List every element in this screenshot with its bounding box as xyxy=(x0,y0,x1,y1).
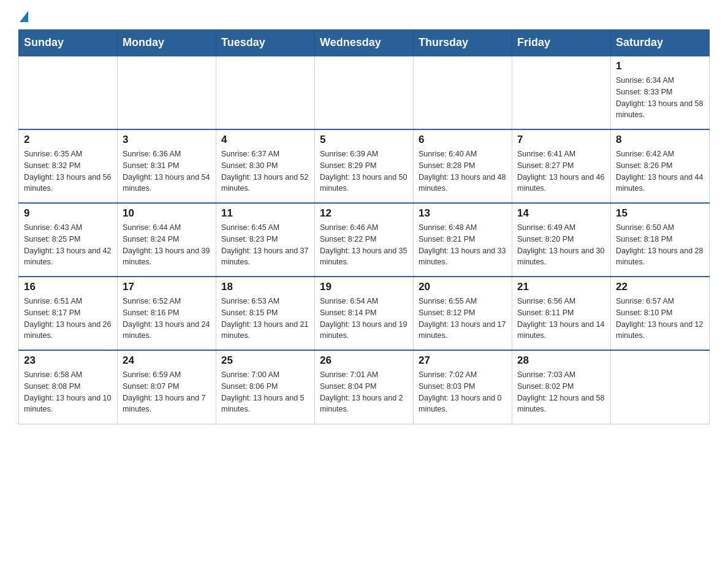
calendar-cell: 1Sunrise: 6:34 AMSunset: 8:33 PMDaylight… xyxy=(611,56,710,129)
day-number: 3 xyxy=(123,134,211,146)
day-info: Sunrise: 6:37 AMSunset: 8:30 PMDaylight:… xyxy=(221,148,309,194)
page-header xyxy=(18,12,710,23)
weekday-header-wednesday: Wednesday xyxy=(315,30,414,56)
day-number: 24 xyxy=(123,354,211,367)
weekday-header-row: SundayMondayTuesdayWednesdayThursdayFrid… xyxy=(19,30,710,56)
day-number: 18 xyxy=(221,281,309,293)
day-number: 10 xyxy=(123,207,211,220)
day-info: Sunrise: 6:56 AMSunset: 8:11 PMDaylight:… xyxy=(517,296,605,342)
day-info: Sunrise: 6:50 AMSunset: 8:18 PMDaylight:… xyxy=(616,222,704,268)
day-info: Sunrise: 6:46 AMSunset: 8:22 PMDaylight:… xyxy=(320,222,408,268)
day-number: 4 xyxy=(221,134,309,146)
day-info: Sunrise: 6:40 AMSunset: 8:28 PMDaylight:… xyxy=(419,148,507,194)
calendar-cell: 27Sunrise: 7:02 AMSunset: 8:03 PMDayligh… xyxy=(414,350,512,424)
weekday-header-tuesday: Tuesday xyxy=(216,30,315,56)
calendar-cell: 28Sunrise: 7:03 AMSunset: 8:02 PMDayligh… xyxy=(512,350,611,424)
day-number: 26 xyxy=(320,354,408,367)
day-info: Sunrise: 7:01 AMSunset: 8:04 PMDaylight:… xyxy=(320,369,408,415)
calendar-cell: 19Sunrise: 6:54 AMSunset: 8:14 PMDayligh… xyxy=(315,277,414,350)
calendar-cell: 23Sunrise: 6:58 AMSunset: 8:08 PMDayligh… xyxy=(19,350,118,424)
calendar-cell: 4Sunrise: 6:37 AMSunset: 8:30 PMDaylight… xyxy=(216,129,315,203)
calendar-cell: 26Sunrise: 7:01 AMSunset: 8:04 PMDayligh… xyxy=(315,350,414,424)
day-info: Sunrise: 6:57 AMSunset: 8:10 PMDaylight:… xyxy=(616,296,704,342)
calendar-cell xyxy=(611,350,710,424)
day-number: 1 xyxy=(616,60,704,72)
calendar-cell: 18Sunrise: 6:53 AMSunset: 8:15 PMDayligh… xyxy=(216,277,315,350)
day-info: Sunrise: 6:52 AMSunset: 8:16 PMDaylight:… xyxy=(123,296,211,342)
day-info: Sunrise: 6:49 AMSunset: 8:20 PMDaylight:… xyxy=(517,222,605,268)
day-number: 5 xyxy=(320,134,408,146)
logo xyxy=(18,12,29,23)
calendar-cell xyxy=(512,56,611,129)
day-info: Sunrise: 7:00 AMSunset: 8:06 PMDaylight:… xyxy=(221,369,309,415)
day-number: 23 xyxy=(24,354,112,367)
calendar-cell: 11Sunrise: 6:45 AMSunset: 8:23 PMDayligh… xyxy=(216,203,315,277)
calendar-cell: 14Sunrise: 6:49 AMSunset: 8:20 PMDayligh… xyxy=(512,203,611,277)
calendar-cell: 17Sunrise: 6:52 AMSunset: 8:16 PMDayligh… xyxy=(118,277,216,350)
day-number: 15 xyxy=(616,207,704,220)
calendar-cell xyxy=(118,56,216,129)
day-info: Sunrise: 6:35 AMSunset: 8:32 PMDaylight:… xyxy=(24,148,112,194)
day-info: Sunrise: 6:53 AMSunset: 8:15 PMDaylight:… xyxy=(221,296,309,342)
day-info: Sunrise: 6:42 AMSunset: 8:26 PMDaylight:… xyxy=(616,148,704,194)
day-number: 13 xyxy=(419,207,507,220)
calendar-cell: 3Sunrise: 6:36 AMSunset: 8:31 PMDaylight… xyxy=(118,129,216,203)
day-number: 11 xyxy=(221,207,309,220)
logo-triangle-icon xyxy=(20,11,28,22)
calendar-cell xyxy=(414,56,512,129)
calendar-cell: 16Sunrise: 6:51 AMSunset: 8:17 PMDayligh… xyxy=(19,277,118,350)
day-info: Sunrise: 6:43 AMSunset: 8:25 PMDaylight:… xyxy=(24,222,112,268)
day-number: 6 xyxy=(419,134,507,146)
day-info: Sunrise: 6:39 AMSunset: 8:29 PMDaylight:… xyxy=(320,148,408,194)
day-info: Sunrise: 6:48 AMSunset: 8:21 PMDaylight:… xyxy=(419,222,507,268)
calendar-cell: 22Sunrise: 6:57 AMSunset: 8:10 PMDayligh… xyxy=(611,277,710,350)
calendar-cell xyxy=(216,56,315,129)
day-number: 8 xyxy=(616,134,704,146)
day-number: 21 xyxy=(517,281,605,293)
day-info: Sunrise: 6:58 AMSunset: 8:08 PMDaylight:… xyxy=(24,369,112,415)
weekday-header-monday: Monday xyxy=(118,30,216,56)
calendar-cell: 2Sunrise: 6:35 AMSunset: 8:32 PMDaylight… xyxy=(19,129,118,203)
day-info: Sunrise: 6:36 AMSunset: 8:31 PMDaylight:… xyxy=(123,148,211,194)
calendar-cell: 7Sunrise: 6:41 AMSunset: 8:27 PMDaylight… xyxy=(512,129,611,203)
calendar-cell: 24Sunrise: 6:59 AMSunset: 8:07 PMDayligh… xyxy=(118,350,216,424)
weekday-header-thursday: Thursday xyxy=(414,30,512,56)
day-number: 19 xyxy=(320,281,408,293)
calendar-cell: 12Sunrise: 6:46 AMSunset: 8:22 PMDayligh… xyxy=(315,203,414,277)
day-info: Sunrise: 6:55 AMSunset: 8:12 PMDaylight:… xyxy=(419,296,507,342)
day-info: Sunrise: 6:34 AMSunset: 8:33 PMDaylight:… xyxy=(616,75,704,121)
day-info: Sunrise: 6:44 AMSunset: 8:24 PMDaylight:… xyxy=(123,222,211,268)
day-info: Sunrise: 6:51 AMSunset: 8:17 PMDaylight:… xyxy=(24,296,112,342)
weekday-header-sunday: Sunday xyxy=(19,30,118,56)
calendar-cell: 6Sunrise: 6:40 AMSunset: 8:28 PMDaylight… xyxy=(414,129,512,203)
day-info: Sunrise: 6:54 AMSunset: 8:14 PMDaylight:… xyxy=(320,296,408,342)
calendar-cell: 8Sunrise: 6:42 AMSunset: 8:26 PMDaylight… xyxy=(611,129,710,203)
calendar-cell: 10Sunrise: 6:44 AMSunset: 8:24 PMDayligh… xyxy=(118,203,216,277)
day-number: 9 xyxy=(24,207,112,220)
day-info: Sunrise: 6:41 AMSunset: 8:27 PMDaylight:… xyxy=(517,148,605,194)
calendar-cell: 5Sunrise: 6:39 AMSunset: 8:29 PMDaylight… xyxy=(315,129,414,203)
day-info: Sunrise: 6:59 AMSunset: 8:07 PMDaylight:… xyxy=(123,369,211,415)
calendar-cell xyxy=(315,56,414,129)
calendar-week-3: 9Sunrise: 6:43 AMSunset: 8:25 PMDaylight… xyxy=(19,203,710,277)
day-number: 28 xyxy=(517,354,605,367)
calendar-cell xyxy=(19,56,118,129)
calendar-cell: 9Sunrise: 6:43 AMSunset: 8:25 PMDaylight… xyxy=(19,203,118,277)
calendar-week-4: 16Sunrise: 6:51 AMSunset: 8:17 PMDayligh… xyxy=(19,277,710,350)
day-number: 17 xyxy=(123,281,211,293)
calendar-table: SundayMondayTuesdayWednesdayThursdayFrid… xyxy=(18,29,710,424)
day-info: Sunrise: 6:45 AMSunset: 8:23 PMDaylight:… xyxy=(221,222,309,268)
weekday-header-saturday: Saturday xyxy=(611,30,710,56)
day-info: Sunrise: 7:02 AMSunset: 8:03 PMDaylight:… xyxy=(419,369,507,415)
day-number: 12 xyxy=(320,207,408,220)
day-number: 27 xyxy=(419,354,507,367)
day-number: 7 xyxy=(517,134,605,146)
calendar-cell: 25Sunrise: 7:00 AMSunset: 8:06 PMDayligh… xyxy=(216,350,315,424)
day-number: 20 xyxy=(419,281,507,293)
calendar-week-2: 2Sunrise: 6:35 AMSunset: 8:32 PMDaylight… xyxy=(19,129,710,203)
calendar-week-1: 1Sunrise: 6:34 AMSunset: 8:33 PMDaylight… xyxy=(19,56,710,129)
calendar-week-5: 23Sunrise: 6:58 AMSunset: 8:08 PMDayligh… xyxy=(19,350,710,424)
weekday-header-friday: Friday xyxy=(512,30,611,56)
day-number: 2 xyxy=(24,134,112,146)
calendar-cell: 15Sunrise: 6:50 AMSunset: 8:18 PMDayligh… xyxy=(611,203,710,277)
